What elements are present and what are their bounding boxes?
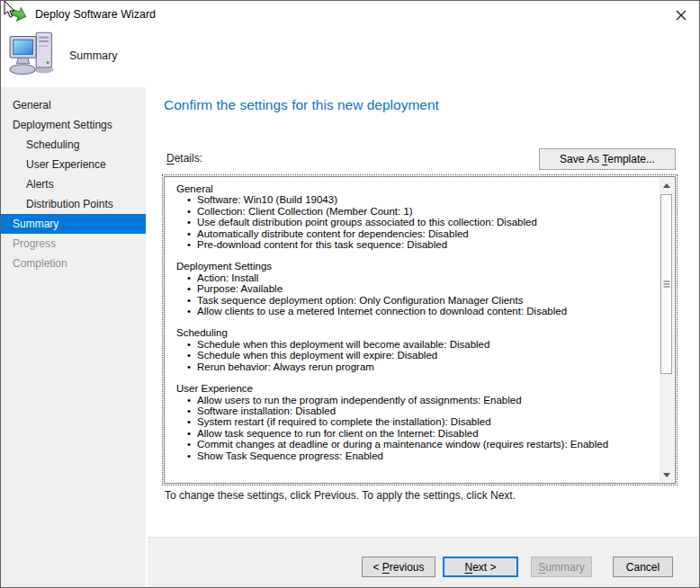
details-textbox[interactable]: General Software: Win10 (Build 19043) Co… (164, 176, 676, 484)
computer-icon (9, 30, 59, 84)
titlebar[interactable]: Deploy Software Wizard (1, 1, 699, 28)
detail-line: Schedule when this deployment will becom… (187, 339, 654, 350)
details-content: General Software: Win10 (Build 19043) Co… (165, 177, 660, 483)
page-title: Confirm the settings for this new deploy… (164, 97, 439, 113)
header-step-title: Summary (69, 49, 117, 62)
detail-line: Use default distribution point groups as… (187, 217, 654, 227)
window-title: Deploy Software Wizard (35, 8, 156, 21)
sidebar-item-user-experience[interactable]: User Experience (1, 155, 146, 174)
sidebar-item-summary[interactable]: Summary (1, 214, 146, 234)
detail-line: Software installation: Disabled (187, 405, 654, 416)
detail-line: Software: Win10 (Build 19043) (187, 194, 654, 205)
cancel-button[interactable]: Cancel (613, 557, 673, 577)
scroll-down-icon[interactable] (660, 468, 674, 482)
detail-line: Allow task sequence to run for client on… (187, 428, 654, 439)
detail-line: Allow users to run the program independe… (187, 395, 654, 405)
sidebar-item-progress: Progress (1, 234, 146, 254)
scrollbar-thumb[interactable] (660, 194, 672, 374)
detail-line: Schedule when this deployment will expir… (187, 350, 654, 361)
close-icon[interactable] (671, 5, 691, 25)
summary-page: Confirm the settings for this new deploy… (148, 87, 699, 587)
sidebar-item-scheduling[interactable]: Scheduling (1, 135, 146, 155)
details-section-scheduling: Scheduling Schedule when this deployment… (176, 327, 654, 372)
detail-line: Commit changes at deadline or during a m… (187, 439, 654, 450)
detail-line: Automatically distribute content for dep… (187, 228, 654, 239)
scrollbar-gripper-icon (663, 281, 669, 288)
sidebar-item-deployment-settings[interactable]: Deployment Settings (1, 115, 146, 135)
sidebar-item-general[interactable]: General (1, 95, 146, 115)
save-as-template-button[interactable]: Save As Template... (539, 148, 676, 170)
previous-button[interactable]: < Previous (362, 557, 435, 577)
sidebar-item-distribution-points[interactable]: Distribution Points (1, 194, 146, 214)
details-scrollbar[interactable] (660, 178, 674, 482)
mouse-cursor-icon (4, 1, 16, 22)
detail-line: Allow clients to use a metered Internet … (187, 306, 654, 316)
footer-bar: < Previous Next > Summary Cancel (148, 537, 699, 587)
details-section-general: General Software: Win10 (Build 19043) Co… (176, 183, 654, 250)
deploy-software-wizard-window: Deploy Software Wizard (0, 0, 700, 588)
detail-line: Show Task Sequence progress: Enabled (187, 450, 654, 461)
next-button[interactable]: Next > (443, 557, 518, 577)
sidebar-item-alerts[interactable]: Alerts (1, 174, 146, 194)
summary-button: Summary (531, 557, 592, 577)
detail-line: Pre-download content for this task seque… (187, 239, 654, 250)
detail-line: System restart (if required to complete … (187, 416, 654, 427)
detail-line: Collection: Client Collection (Member Co… (187, 206, 654, 217)
detail-line: Task sequence deployment option: Only Co… (187, 295, 654, 306)
wizard-nav-sidebar: General Deployment Settings Scheduling U… (1, 87, 148, 587)
scroll-up-icon[interactable] (660, 178, 674, 192)
instruction-text: To change these settings, click Previous… (165, 489, 516, 502)
detail-line: Purpose: Available (187, 283, 654, 294)
details-label: Details: (166, 152, 202, 165)
wizard-header: Summary (1, 28, 699, 87)
details-section-user-experience: User Experience Allow users to run the p… (176, 383, 654, 461)
detail-line: Action: Install (187, 272, 654, 283)
details-section-deployment-settings: Deployment Settings Action: Install Purp… (176, 261, 654, 316)
detail-line: Rerun behavior: Always rerun program (187, 361, 654, 372)
sidebar-item-completion: Completion (1, 254, 146, 273)
